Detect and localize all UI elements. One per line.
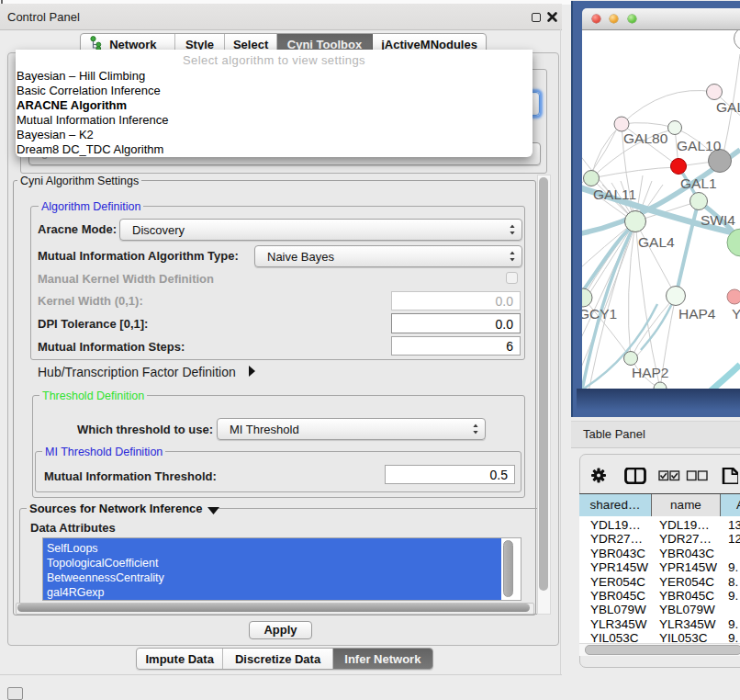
- svg-text:GAL7: GAL7: [716, 99, 740, 115]
- svg-text:Y: Y: [732, 306, 740, 322]
- svg-text:GAL1: GAL1: [680, 175, 717, 191]
- svg-text:GAL10: GAL10: [677, 138, 722, 153]
- svg-text:GAL4: GAL4: [638, 234, 675, 250]
- svg-text:HAP4: HAP4: [678, 306, 716, 322]
- svg-text:GCY1: GCY1: [582, 306, 617, 322]
- svg-text:GAL11: GAL11: [593, 186, 636, 202]
- svg-text:GAL80: GAL80: [623, 130, 668, 146]
- svg-text:SWI4: SWI4: [701, 212, 735, 228]
- svg-text:HAP2: HAP2: [632, 365, 669, 380]
